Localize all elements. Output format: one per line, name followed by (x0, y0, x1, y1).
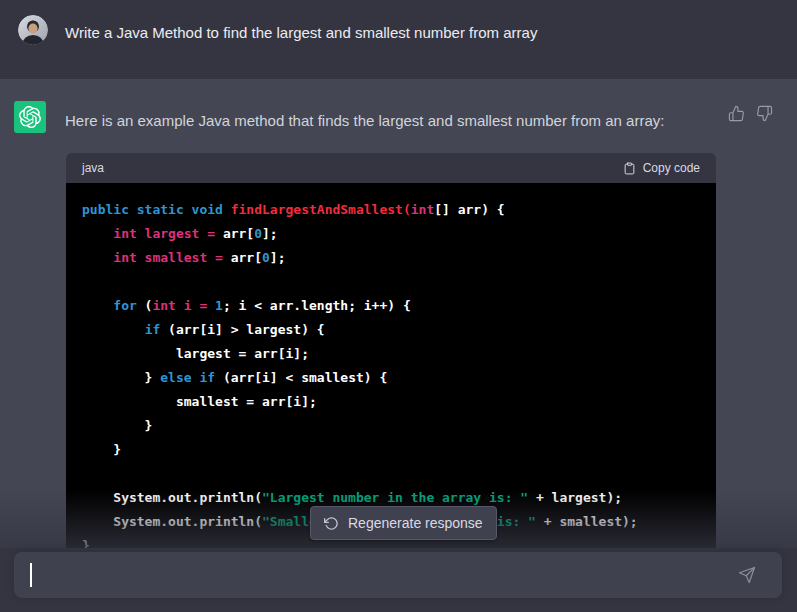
code-line: int smallest = arr[0]; (82, 246, 700, 270)
thumbs-down-button[interactable] (756, 105, 773, 122)
copy-code-label: Copy code (643, 161, 700, 175)
feedback-buttons (728, 105, 773, 122)
code-line: if (arr[i] > largest) { (82, 318, 700, 342)
text-cursor (30, 563, 32, 587)
code-line: int largest = arr[0]; (82, 222, 700, 246)
code-line (82, 462, 700, 486)
input-footer (0, 548, 797, 612)
code-line: } (82, 414, 700, 438)
clipboard-icon (623, 161, 636, 176)
user-message-row: Write a Java Method to find the largest … (0, 0, 797, 78)
message-input[interactable] (14, 552, 782, 598)
send-button[interactable] (738, 566, 756, 584)
copy-code-button[interactable]: Copy code (623, 161, 700, 176)
user-avatar (18, 15, 48, 45)
send-icon (738, 566, 756, 584)
code-line: largest = arr[i]; (82, 342, 700, 366)
chat-window: Write a Java Method to find the largest … (0, 0, 797, 612)
regenerate-response-label: Regenerate response (348, 515, 483, 531)
chatgpt-logo (14, 101, 46, 133)
assistant-message-text: Here is an example Java method that find… (65, 109, 697, 133)
code-line: } (82, 438, 700, 462)
code-line (82, 270, 700, 294)
code-header: java Copy code (66, 153, 716, 183)
thumbs-down-icon (756, 105, 773, 122)
refresh-icon (324, 516, 339, 531)
user-avatar-image (18, 15, 48, 45)
code-line: smallest = arr[i]; (82, 390, 700, 414)
code-line: } else if (arr[i] < smallest) { (82, 366, 700, 390)
openai-flower-icon (19, 106, 41, 128)
regenerate-response-button[interactable]: Regenerate response (310, 506, 497, 540)
thumbs-up-button[interactable] (728, 105, 745, 122)
code-line: public static void findLargestAndSmalles… (82, 198, 700, 222)
user-message-text: Write a Java Method to find the largest … (65, 21, 757, 45)
thumbs-up-icon (728, 105, 745, 122)
code-line: for (int i = 1; i < arr.length; i++) { (82, 294, 700, 318)
code-language-label: java (82, 161, 104, 175)
